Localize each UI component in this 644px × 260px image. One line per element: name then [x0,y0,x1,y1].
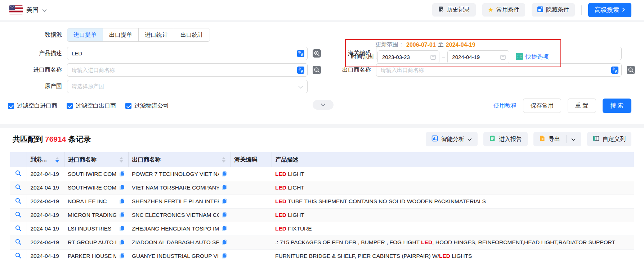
hide-conditions-button[interactable]: 隐藏条件 [532,3,575,17]
importer-name: RT GROUP AUTO P [68,239,116,246]
save-common-button[interactable]: 保存常用 [523,99,561,113]
copy-icon[interactable] [219,198,227,205]
col-arrival-date[interactable]: 到港... [27,152,64,167]
sort-icon [120,157,125,163]
hide-conditions-icon [537,6,543,14]
product-description: LED TUBE THIS SHIPMENT CONTAINS NO SOLID… [275,198,486,204]
enter-report-button[interactable]: 进入报告 [483,132,528,146]
quick-options-link[interactable]: ⌘ 快捷选项 [516,53,549,61]
copy-icon[interactable] [116,198,125,205]
importer-input[interactable] [67,63,308,77]
col-importer[interactable]: 进口商名称 [64,152,128,167]
search-button[interactable]: 搜 索 [603,99,631,113]
view-detail-icon[interactable] [15,252,22,259]
translate-icon[interactable]: 中A [297,67,304,74]
table-row: 2024-04-19 SOUTHWIRE COMP POWER 7 TECHNO… [10,167,634,181]
copy-icon[interactable] [219,212,227,218]
origin-select[interactable]: 请选择原产国 [67,80,308,93]
smart-analysis-button[interactable]: 智能分析 [426,132,478,146]
table-body: 2024-04-19 SOUTHWIRE COMP POWER 7 TECHNO… [10,167,634,260]
calendar-icon[interactable] [430,54,436,60]
svg-text:A: A [301,53,303,56]
tab-import-stats[interactable]: 进口统计 [138,28,174,41]
view-detail-icon[interactable] [15,238,22,245]
update-range: 更新范围： 2006-07-01 至 2024-04-19 [375,41,560,49]
datasource-label: 数据源 [8,31,62,39]
copy-icon[interactable] [116,225,125,232]
results-table: 到港... 进口商名称 出口商名称 海关编码 产品描述 [10,152,634,260]
reset-button[interactable]: 重 置 [568,99,596,113]
copy-icon[interactable] [219,239,227,246]
copy-icon[interactable] [219,253,227,259]
export-icon [539,135,545,143]
filter-blank-importer[interactable]: 过滤空白进口商 [8,102,57,110]
table-row: 2024-04-19 NORA LEE INC SHENZHEN FERTILE… [10,195,634,208]
origin-placeholder: 请选择原产国 [72,83,104,90]
tab-export-bol[interactable]: 出口提单 [103,28,138,41]
copy-icon[interactable] [219,225,227,232]
exporter-name: ZHEJIANG HENGDIAN TOSPO IMP. [132,225,219,232]
copy-icon[interactable] [116,184,125,191]
results-header: 共匹配到76914条记录 智能分析 进入报告 [13,131,631,147]
custom-columns-button[interactable]: 自定义列 [587,132,631,146]
arrival-date: 2024-04-19 [31,184,59,191]
chevron-down-icon[interactable] [571,136,576,142]
svg-text:A: A [301,69,303,73]
app-page: 美国 历史记录 ★ 常用条件 隐藏条件 [0,0,644,260]
svg-text:A: A [615,69,617,73]
topbar-divider [581,5,582,15]
sort-icon [222,157,227,163]
col-exporter[interactable]: 出口商名称 [128,152,231,167]
filter-blank-exporter[interactable]: 过滤空白出口商 [67,102,116,110]
time-range-row: 时间范围 – ⌘ 快捷 [351,50,560,64]
topbar: 美国 历史记录 ★ 常用条件 隐藏条件 [0,0,644,20]
tab-import-bol[interactable]: 进口提单 [67,28,103,41]
view-detail-icon[interactable] [15,197,22,204]
results-panel: 共匹配到76914条记录 智能分析 进入报告 [0,128,644,260]
exporter-name: GUANYE INDUSTRIAL GROUP VIET [132,253,219,259]
history-button[interactable]: 历史记录 [432,3,476,17]
exporter-name: SNC ELECTRONICS VIETNAM CO., [132,212,219,218]
view-detail-icon[interactable] [15,184,22,191]
translate-icon[interactable]: 中A [611,67,618,74]
exporter-label: 出口商名称 [317,66,371,74]
arrival-date: 2024-04-19 [31,253,59,259]
tab-export-stats[interactable]: 出口统计 [174,28,210,41]
translate-icon[interactable]: 中A [297,50,304,57]
exporter-name: ZIADOON AL DABBAGH AUTO SPA [132,239,219,246]
chevron-down-icon [321,102,326,108]
col-hs-code: 海关编码 [231,152,272,167]
favorites-button[interactable]: ★ 常用条件 [482,3,525,17]
results-toolbar: 智能分析 进入报告 导出 [426,132,631,146]
checkbox-checked-icon [125,103,131,109]
collapse-form-button[interactable] [313,100,334,110]
view-detail-icon[interactable] [15,170,22,177]
button-divider [566,135,567,143]
calendar-icon[interactable] [500,54,506,60]
copy-icon[interactable] [219,184,227,191]
copy-icon[interactable] [116,253,125,259]
command-icon: ⌘ [516,53,523,61]
importer-row: 进口商名称 中A [8,63,321,77]
filter-logistics[interactable]: 过滤物流公司 [125,102,169,110]
time-range-label: 时间范围 [351,53,374,61]
export-button[interactable]: 导出 [533,132,581,146]
sort-icon [55,157,61,163]
table-row: 2024-04-19 RT GROUP AUTO P ZIADOON AL DA… [10,236,634,249]
table-row: 2024-04-19 SOUTHWIRE COMP VIET NAM TORSH… [10,181,634,195]
arrival-date: 2024-04-19 [31,212,59,218]
importer-name: PARKER HOUSE M [68,253,116,259]
country-selector[interactable]: 美国 [9,5,47,14]
copy-icon[interactable] [116,239,125,246]
copy-icon[interactable] [219,171,227,177]
view-detail-icon[interactable] [15,225,22,232]
view-detail-icon[interactable] [15,211,22,218]
copy-icon[interactable] [116,212,125,218]
tutorial-link[interactable]: 使用教程 [493,102,516,110]
col-product: 产品描述 [272,152,634,167]
copy-icon[interactable] [116,171,125,177]
importer-name: SOUTHWIRE COMP [68,184,116,191]
match-mode-icon[interactable] [627,66,635,74]
advanced-search-button[interactable]: 高级搜索 [588,3,631,17]
product-input[interactable] [67,47,308,60]
